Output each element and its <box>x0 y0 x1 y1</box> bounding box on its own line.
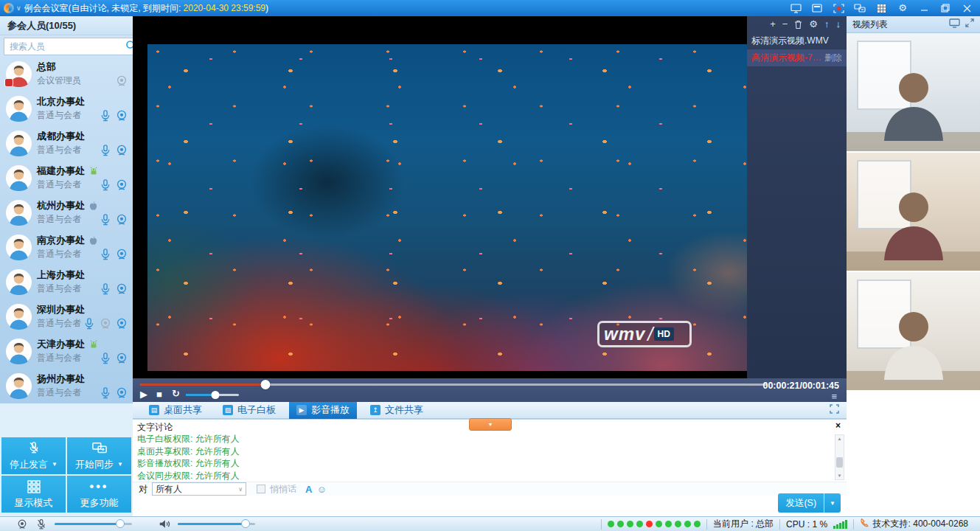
webcam-status-icon[interactable] <box>16 518 28 530</box>
restore-button[interactable] <box>939 3 951 13</box>
stop-speaking-button[interactable]: 停止发言▼ <box>1 437 66 474</box>
webcam-icon[interactable] <box>115 386 128 400</box>
start-sync-button[interactable]: 开始同步▼ <box>67 437 131 474</box>
close-button[interactable] <box>961 3 973 13</box>
video-thumbnail[interactable] <box>847 153 980 272</box>
font-style-icon[interactable]: A <box>305 484 312 495</box>
webcam-icon[interactable] <box>115 317 128 330</box>
to-label: 对 <box>139 483 147 496</box>
playlist-item[interactable]: 高清演示视频-720P.wmv 删除 <box>747 49 847 66</box>
playlist-item[interactable]: 标清演示视频.WMV <box>747 32 847 49</box>
display-grid-icon[interactable] <box>875 3 887 13</box>
mic-icon[interactable] <box>99 352 112 365</box>
participant-row[interactable]: 杭州办事处 普通与会者 <box>0 195 133 230</box>
mic-icon[interactable] <box>99 386 112 400</box>
webcam-icon[interactable] <box>115 352 128 365</box>
screen-share-icon[interactable] <box>790 3 802 13</box>
mic-icon[interactable] <box>83 317 96 330</box>
participant-row[interactable]: 深圳办事处 普通与会者 <box>0 299 133 334</box>
more-functions-button[interactable]: ••• 更多功能 <box>67 476 131 513</box>
share-tab[interactable]: ▶ 影音播放 <box>289 402 357 419</box>
play-button[interactable]: ▶ <box>140 389 147 400</box>
webcam-icon-inactive[interactable] <box>99 317 112 330</box>
webcam-icon[interactable] <box>115 178 128 192</box>
webcam-icon[interactable] <box>115 213 128 226</box>
video-thumbnail[interactable] <box>847 33 980 153</box>
record-icon[interactable] <box>833 3 844 13</box>
search-input[interactable] <box>8 41 125 52</box>
participant-name: 扬州办事处 <box>37 372 85 386</box>
seek-thumb[interactable] <box>261 380 271 389</box>
person-silhouette <box>873 187 954 260</box>
mic-icon[interactable] <box>99 144 112 157</box>
scroll-up-icon[interactable]: ▲ <box>835 435 844 442</box>
participant-row[interactable]: 扬州办事处 普通与会者 <box>0 369 133 403</box>
send-options-arrow[interactable]: ▼ <box>824 500 841 507</box>
move-up-icon[interactable]: ↑ <box>824 19 830 30</box>
webcam-icon-inactive[interactable] <box>115 74 128 88</box>
speaker-icon[interactable] <box>159 518 170 530</box>
mic-icon[interactable] <box>99 282 112 296</box>
recipient-select[interactable]: 所有人 ∨ <box>152 482 246 496</box>
participant-row[interactable]: 福建办事处 普通与会者 <box>0 161 133 195</box>
seek-bar[interactable] <box>140 384 767 386</box>
minimize-button[interactable] <box>918 3 930 13</box>
scroll-down-icon[interactable]: ▼ <box>835 472 844 479</box>
mic-icon[interactable] <box>99 109 112 122</box>
whisper-checkbox[interactable] <box>257 485 265 493</box>
share-tab[interactable]: ▧ 电子白板 <box>215 402 283 419</box>
add-media-icon[interactable]: + <box>770 19 776 30</box>
player-volume-slider[interactable] <box>186 394 239 396</box>
mic-icon[interactable] <box>99 178 112 192</box>
video-player[interactable]: wmv / HD <box>133 16 747 378</box>
delete-item-button[interactable]: 删除 <box>824 49 842 66</box>
remove-media-icon[interactable]: − <box>782 19 788 30</box>
webcam-icon[interactable] <box>115 248 128 261</box>
video-thumbnail[interactable] <box>847 272 980 392</box>
mic-volume-knob[interactable] <box>116 519 125 528</box>
webcam-icon[interactable] <box>115 144 128 157</box>
participant-row[interactable]: 总部 会议管理员 <box>0 57 133 91</box>
display-mode-button[interactable]: 显示模式 <box>1 476 66 513</box>
chat-close-icon[interactable]: × <box>835 421 841 430</box>
webcam-icon[interactable] <box>115 109 128 122</box>
monitor-icon[interactable] <box>949 18 960 30</box>
participant-row[interactable]: 南京办事处 普通与会者 <box>0 230 133 265</box>
mic-icon[interactable] <box>99 248 112 261</box>
webcam-icon[interactable] <box>115 282 128 296</box>
window-mode-icon[interactable] <box>811 3 823 13</box>
replay-button[interactable]: ↻ <box>172 388 180 399</box>
share-tab[interactable]: ↥ 文件共享 <box>363 402 431 419</box>
mic-volume-slider[interactable] <box>55 523 132 525</box>
chat-scrollbar[interactable]: ▲ ▼ <box>835 434 844 480</box>
message-input-area[interactable] <box>133 496 847 517</box>
dropdown-arrow-icon[interactable]: ▼ <box>52 461 58 468</box>
collapse-handle[interactable]: ▼ <box>469 418 512 431</box>
participant-row[interactable]: 成都办事处 普通与会者 <box>0 126 133 161</box>
stop-button[interactable]: ■ <box>156 389 162 400</box>
menu-chevron-icon[interactable]: ∨ <box>16 4 21 12</box>
scroll-thumb[interactable] <box>836 457 843 468</box>
mic-icon[interactable] <box>99 213 112 226</box>
move-down-icon[interactable]: ↓ <box>836 19 841 30</box>
participant-row[interactable]: 上海办事处 普通与会者 <box>0 265 133 299</box>
emoji-icon[interactable]: ☺ <box>316 484 326 495</box>
dropdown-arrow-icon[interactable]: ▼ <box>117 461 123 468</box>
share-tab[interactable]: ▤ 桌面共享 <box>142 402 209 419</box>
participant-row[interactable]: 天津办事处 普通与会者 <box>0 334 133 369</box>
speaker-volume-slider[interactable] <box>178 523 255 525</box>
expand-icon[interactable] <box>965 18 974 30</box>
network-share-icon[interactable] <box>854 3 866 13</box>
settings-icon[interactable]: ⚙ <box>897 3 908 13</box>
permission-message: 电子白板权限: 允许所有人 <box>137 433 832 445</box>
participant-row[interactable]: 北京办事处 普通与会者 <box>0 91 133 126</box>
app-logo-icon[interactable] <box>4 3 14 13</box>
speaker-volume-knob[interactable] <box>241 519 250 528</box>
playlist-toggle-icon[interactable]: ≡ <box>831 391 836 402</box>
playlist-settings-icon[interactable]: ⚙ <box>809 19 818 30</box>
delete-icon[interactable] <box>794 20 802 30</box>
fullscreen-expand-icon[interactable] <box>830 404 839 416</box>
volume-thumb[interactable] <box>212 391 220 399</box>
mic-muted-icon[interactable] <box>35 518 47 530</box>
send-button[interactable]: 发送(S) ▼ <box>778 493 841 513</box>
